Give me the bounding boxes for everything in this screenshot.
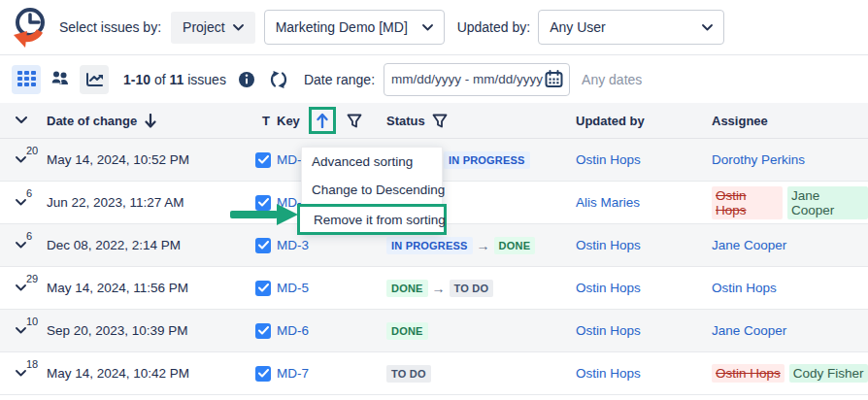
assignee-cell: Ostin Hops Jane Cooper [712, 186, 868, 219]
change-count: 10 [26, 316, 38, 327]
column-header-type[interactable]: T [255, 114, 277, 128]
key-sort-menu: Advanced sorting Change to Descending Re… [301, 147, 443, 233]
transition-arrow-icon: → [432, 281, 446, 296]
updated-by-link[interactable]: Ostin Hops [576, 281, 641, 295]
assignee-link[interactable]: Jane Cooper [712, 238, 786, 252]
assignee-cell: Ostin Hops Cody Fisher [712, 364, 868, 383]
checkmark-icon [258, 283, 269, 292]
status-filter-icon[interactable] [432, 114, 448, 128]
column-header-key[interactable]: Key [277, 107, 386, 134]
issue-checkbox[interactable] [255, 323, 271, 339]
assignee-link[interactable]: Dorothy Perkins [712, 152, 805, 167]
sort-descending-icon [144, 114, 157, 128]
date-of-change: Sep 20, 2023, 10:39 PM [47, 323, 255, 338]
menu-item-remove-from-sorting[interactable]: Remove it from sorting [297, 204, 447, 235]
previous-assignee: Ostin Hops [712, 364, 785, 383]
key-filter-icon[interactable] [347, 114, 362, 128]
date-of-change: Jun 22, 2023, 11:27 AM [47, 195, 255, 210]
checkmark-icon [258, 241, 269, 250]
issue-checkbox[interactable] [255, 238, 271, 253]
chevron-down-icon [16, 117, 27, 124]
date-of-change: Dec 08, 2022, 2:14 PM [47, 238, 255, 252]
change-count: 6 [26, 230, 32, 242]
chevron-down-icon [702, 24, 713, 31]
menu-item-change-to-descending[interactable]: Change to Descending [302, 176, 442, 204]
chevron-down-icon [16, 370, 26, 377]
status-badge-from: IN PROGRESS [386, 237, 473, 254]
issue-mode-value: Project [183, 19, 225, 35]
key-sort-highlight-box[interactable] [309, 107, 336, 134]
row-expander[interactable]: 29 [0, 267, 47, 309]
collapse-all-toggle[interactable] [0, 117, 47, 124]
column-header-status[interactable]: Status [386, 114, 576, 128]
table-view-button[interactable] [12, 65, 41, 94]
issue-checkbox[interactable] [255, 152, 271, 168]
issue-history-app: Select issues by: Project Marketing Demo… [0, 0, 868, 400]
checkmark-icon [258, 326, 269, 335]
transition-arrow-icon: → [477, 238, 490, 253]
updated-by-user-dropdown[interactable]: Any User [538, 10, 724, 45]
row-expander[interactable]: 18 [0, 352, 47, 394]
row-expander[interactable]: 10 [0, 310, 47, 351]
row-expander[interactable]: 20 [0, 139, 47, 181]
updated-by-label: Updated by: [457, 19, 531, 35]
updated-by-link[interactable]: Alis Maries [576, 195, 640, 210]
updated-by-link[interactable]: Ostin Hops [576, 366, 641, 381]
issues-count: 1-10 of 11 issues [123, 72, 226, 87]
issue-key-link[interactable]: MD- [277, 152, 302, 167]
assignee-link[interactable]: Ostin Hops [712, 281, 777, 295]
project-dropdown[interactable]: Marketing Demo [MD] [264, 10, 445, 45]
menu-item-advanced-sorting[interactable]: Advanced sorting [302, 148, 442, 176]
column-header-date[interactable]: Date of change [47, 114, 255, 128]
trend-chart-icon [85, 72, 104, 87]
refresh-button[interactable] [269, 70, 288, 89]
updated-by-user-value: Any User [550, 19, 606, 35]
previous-assignee: Ostin Hops [712, 186, 783, 219]
issue-key-link[interactable]: MD-6 [277, 323, 309, 338]
status-badge: TO DO [386, 365, 431, 383]
any-dates-label: Any dates [582, 72, 642, 87]
issue-key-link[interactable]: MD-3 [277, 238, 309, 252]
change-count: 6 [26, 187, 32, 199]
issue-key-link[interactable]: MD-5 [277, 281, 309, 295]
status-cell: IN PROGRESS → DONE [386, 237, 576, 254]
users-icon [50, 71, 70, 87]
date-of-change: May 14, 2024, 10:42 PM [47, 366, 255, 381]
date-range-input[interactable] [384, 63, 570, 96]
date-range-label: Date range: [304, 72, 375, 87]
status-badge: DONE [386, 322, 428, 340]
issue-mode-dropdown[interactable]: Project [171, 12, 255, 44]
chevron-down-icon [16, 242, 26, 249]
column-header-assignee[interactable]: Assignee [712, 114, 868, 128]
chevron-down-icon [16, 284, 26, 291]
new-assignee: Cody Fisher [789, 364, 868, 383]
row-expander[interactable]: 6 [0, 224, 47, 266]
issue-checkbox[interactable] [255, 281, 271, 296]
change-count: 20 [26, 145, 38, 156]
row-expander[interactable]: 6 [0, 182, 47, 223]
table-grid-icon [17, 71, 36, 87]
updated-by-link[interactable]: Ostin Hops [576, 323, 641, 338]
issue-checkbox[interactable] [255, 366, 271, 382]
chevron-down-icon [16, 156, 26, 163]
checkmark-icon [258, 369, 269, 378]
select-issues-by-label: Select issues by: [59, 19, 161, 35]
checkmark-icon [258, 155, 269, 164]
status-cell: DONE → TO DO [386, 280, 576, 297]
updated-by-link[interactable]: Ostin Hops [576, 152, 641, 167]
issue-checkbox[interactable] [255, 195, 271, 211]
status-cell: DONE [386, 322, 576, 340]
issue-key-link[interactable]: MD-7 [277, 366, 309, 381]
chevron-down-icon [16, 199, 26, 206]
status-badge-from: DONE [386, 280, 428, 297]
column-header-updated-by[interactable]: Updated by [576, 114, 712, 128]
info-button[interactable] [238, 71, 255, 88]
toolbar: 1-10 of 11 issues Date range: [0, 55, 868, 103]
top-bar: Select issues by: Project Marketing Demo… [0, 0, 868, 55]
info-icon [238, 71, 255, 88]
issues-count-range: 1-10 [123, 72, 150, 87]
updated-by-link[interactable]: Ostin Hops [576, 238, 641, 252]
people-view-button[interactable] [46, 65, 75, 94]
assignee-link[interactable]: Jane Cooper [712, 323, 786, 338]
chart-view-button[interactable] [80, 65, 109, 94]
